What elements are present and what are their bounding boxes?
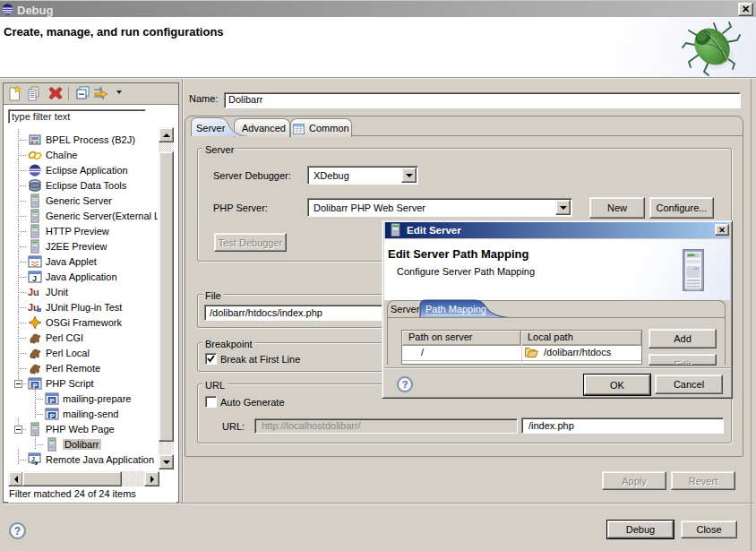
svg-text:P: P	[50, 397, 56, 405]
svg-text:Ju: Ju	[28, 287, 39, 297]
svg-text:J: J	[32, 274, 37, 283]
svg-text:P: P	[50, 412, 56, 420]
svg-text:J: J	[31, 456, 35, 462]
